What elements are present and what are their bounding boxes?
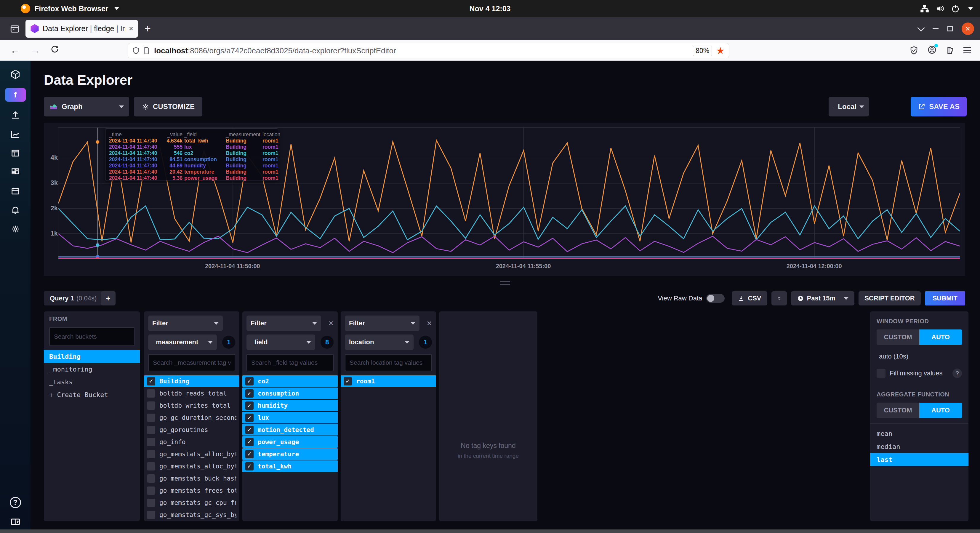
checkbox[interactable] (147, 450, 155, 458)
submit-button[interactable]: SUBMIT (925, 291, 965, 305)
data-explorer-icon[interactable] (0, 125, 30, 144)
browser-tab[interactable]: Data Explorer | fledge | In × (25, 20, 138, 38)
org-avatar[interactable]: f (5, 88, 26, 102)
tag-value-item[interactable]: ✓ total_kwh (242, 460, 338, 472)
tag-search-input[interactable] (247, 354, 334, 371)
tag-value-item[interactable]: go_memstats_gc_cpu_fr… (144, 497, 239, 508)
checkbox[interactable]: ✓ (245, 414, 254, 422)
tag-value-item[interactable]: boltdb_writes_total (144, 400, 239, 411)
load-data-icon[interactable] (0, 106, 30, 125)
page-info-icon[interactable] (143, 47, 151, 54)
clock[interactable]: Nov 4 12:03 (469, 5, 511, 13)
extensions-icon[interactable] (946, 46, 955, 55)
add-query-button[interactable]: + (101, 291, 116, 305)
window-custom-button[interactable]: CUSTOM (877, 329, 919, 345)
tracking-shield-icon[interactable] (910, 46, 918, 55)
reload-button[interactable] (50, 45, 59, 56)
bucket-search-input[interactable] (49, 327, 135, 346)
tag-value-item[interactable]: ✓ lux (242, 412, 338, 423)
list-tabs-icon[interactable] (917, 24, 924, 32)
checkbox[interactable]: ✓ (245, 426, 254, 434)
tag-value-item[interactable]: ✓ humidity (242, 400, 338, 411)
help-icon[interactable]: ? (10, 497, 21, 508)
tag-key-dropdown[interactable]: _field (247, 334, 315, 350)
view-type-dropdown[interactable]: Graph (44, 97, 129, 116)
menu-icon[interactable] (963, 47, 971, 53)
checkbox[interactable] (147, 462, 155, 471)
tag-value-item[interactable]: go_memstats_buck_hash… (144, 473, 239, 484)
filter-type-dropdown[interactable]: Filter (148, 315, 223, 331)
sidebar-toggle-icon[interactable] (8, 22, 21, 35)
close-window-button[interactable]: × (962, 22, 974, 35)
tag-search-input[interactable] (345, 354, 432, 371)
dashboards-icon[interactable] (0, 144, 30, 163)
forward-button[interactable]: → (30, 45, 40, 56)
notebooks-icon[interactable] (0, 163, 30, 181)
tag-value-item[interactable]: go_goroutines (144, 424, 239, 436)
tasks-icon[interactable] (0, 181, 30, 200)
checkbox[interactable] (147, 414, 155, 422)
tag-value-item[interactable]: ✓ co2 (242, 375, 338, 387)
checkbox[interactable]: ✓ (245, 401, 254, 410)
checkbox[interactable] (147, 438, 155, 446)
fill-help-icon[interactable]: ? (953, 369, 962, 378)
aggregate-auto-button[interactable]: AUTO (919, 403, 962, 418)
tag-value-item[interactable]: go_memstats_alloc_byt… (144, 460, 239, 472)
aggregate-function-item[interactable]: last (870, 453, 969, 466)
tag-value-item[interactable]: ✓ motion_detected (242, 424, 338, 436)
csv-button[interactable]: CSV (732, 291, 767, 305)
bucket-item[interactable]: _monitoring (44, 363, 140, 375)
aggregate-custom-button[interactable]: CUSTOM (877, 403, 919, 418)
influxdb-logo-icon[interactable] (0, 65, 30, 84)
tag-value-item[interactable]: ✓ room1 (341, 375, 436, 387)
bookmark-star-icon[interactable]: ★ (716, 45, 725, 56)
zoom-level[interactable]: 80% (693, 46, 712, 56)
checkbox[interactable] (147, 474, 155, 483)
checkbox[interactable]: ✓ (344, 377, 352, 385)
tag-value-item[interactable]: go_memstats_gc_sys_by… (144, 509, 239, 520)
aggregate-function-item[interactable]: median (870, 440, 969, 453)
tag-value-item[interactable]: ✓ power_usage (242, 436, 338, 448)
bucket-item[interactable]: _tasks (44, 375, 140, 388)
account-icon[interactable] (927, 45, 937, 56)
save-as-button[interactable]: SAVE AS (911, 97, 967, 116)
filter-type-dropdown[interactable]: Filter (345, 315, 420, 331)
checkbox[interactable] (147, 499, 155, 507)
system-tray[interactable] (920, 4, 973, 13)
window-bottom-scrollbar[interactable] (0, 530, 980, 533)
tag-value-item[interactable]: ✓ temperature (242, 448, 338, 460)
bucket-item[interactable]: + Create Bucket (44, 388, 140, 401)
tag-value-item[interactable]: go_gc_duration_seconds (144, 412, 239, 423)
tag-search-input[interactable] (148, 354, 235, 371)
checkbox[interactable] (147, 426, 155, 434)
app-menu[interactable]: Firefox Web Browser (21, 4, 119, 13)
filter-type-dropdown[interactable]: Filter (247, 315, 321, 331)
alerts-icon[interactable] (0, 200, 30, 220)
settings-icon[interactable] (0, 220, 30, 239)
script-editor-button[interactable]: SCRIPT EDITOR (859, 291, 921, 305)
checkbox[interactable]: ✓ (245, 438, 254, 446)
checkbox[interactable] (147, 487, 155, 495)
checkbox[interactable]: ✓ (245, 450, 254, 458)
maximize-button[interactable] (947, 26, 953, 32)
minimize-button[interactable] (932, 28, 939, 29)
query-tab[interactable]: Query 1 (0.04s) (44, 291, 102, 305)
feedback-panel-icon[interactable] (10, 516, 21, 527)
checkbox[interactable] (147, 511, 155, 519)
new-tab-button[interactable]: + (145, 22, 151, 35)
resize-handle[interactable] (500, 281, 510, 287)
checkbox[interactable]: ✓ (147, 377, 155, 385)
checkbox[interactable] (147, 389, 155, 398)
tag-value-item[interactable]: boltdb_reads_total (144, 388, 239, 399)
tag-value-item[interactable]: ✓ consumption (242, 388, 338, 399)
tag-value-item[interactable]: ✓ Building (144, 375, 239, 387)
bucket-item[interactable]: Building (44, 350, 140, 363)
tab-close-icon[interactable]: × (129, 24, 133, 33)
tag-key-dropdown[interactable]: _measurement (148, 334, 217, 350)
tag-key-dropdown[interactable]: location (345, 334, 414, 350)
aggregate-function-item[interactable]: mean (870, 427, 969, 440)
url-bar[interactable]: localhost:8086/orgs/a742c0eaef8d3025/dat… (128, 43, 729, 58)
local-dropdown[interactable]: Local (829, 97, 869, 116)
time-range-dropdown[interactable]: Past 15m (791, 291, 855, 305)
checkbox[interactable]: ✓ (245, 377, 254, 385)
